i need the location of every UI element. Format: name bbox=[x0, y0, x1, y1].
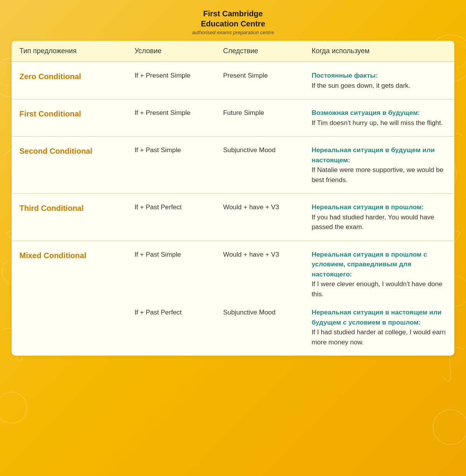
col-header-type: Тип предложения bbox=[12, 41, 127, 62]
table-body: Zero ConditionalIf + Present SimplePrese… bbox=[12, 62, 454, 356]
col-header-condition: Условие bbox=[127, 41, 215, 62]
row-when: Возможная ситуация в будущем:If Tim does… bbox=[304, 99, 454, 137]
when-bold-text: Возможная ситуация в будущем: bbox=[311, 109, 420, 116]
row-condition: If + Past Simple bbox=[127, 241, 215, 307]
row-type: First Conditional bbox=[12, 99, 127, 137]
when-example-text: If Natalie were more supportive, we woul… bbox=[311, 166, 443, 184]
row-consequence: Subjunctive Mood bbox=[215, 137, 304, 194]
svg-point-7 bbox=[433, 410, 466, 445]
col-header-consequence: Следствие bbox=[215, 41, 304, 62]
table-row: Zero ConditionalIf + Present SimplePrese… bbox=[12, 62, 454, 99]
when-bold-text: Нереальная ситуация в прошлом с условием… bbox=[311, 251, 427, 278]
conditionals-table-container: Тип предложения Условие Следствие Когда … bbox=[12, 41, 454, 356]
header-subtitle: authorised exams preparation centre bbox=[192, 30, 274, 35]
sub-row-when: Нереальная ситуация в настоящем или буду… bbox=[304, 307, 454, 356]
when-example-text: If I were clever enough, I wouldn't have… bbox=[311, 280, 442, 298]
svg-point-3 bbox=[0, 392, 27, 423]
row-condition: If + Present Simple bbox=[127, 62, 215, 99]
when-example-text: If the sun goes down, it gets dark. bbox=[311, 82, 410, 89]
type-label: First Conditional bbox=[19, 109, 81, 118]
row-consequence: Present Simple bbox=[215, 62, 304, 99]
table-row: Second ConditionalIf + Past SimpleSubjun… bbox=[12, 137, 454, 194]
sub-row-consequence: Subjunctive Mood bbox=[215, 307, 304, 356]
page-header: First Cambridge Education Centre authori… bbox=[192, 0, 274, 41]
when-bold-text: Нереальная ситуация в будущем или настоя… bbox=[311, 146, 435, 164]
row-type: Third Conditional bbox=[12, 194, 127, 241]
row-type: Second Conditional bbox=[12, 137, 127, 194]
type-label: Zero Conditional bbox=[19, 72, 81, 81]
type-label: Mixed Conditional bbox=[19, 251, 86, 260]
row-when: Нереальная ситуация в прошлом с условием… bbox=[304, 241, 454, 307]
conditionals-table: Тип предложения Условие Следствие Когда … bbox=[12, 41, 454, 356]
row-when: Нереальная ситуация в будущем или настоя… bbox=[304, 137, 454, 194]
row-condition: If + Past Simple bbox=[127, 137, 215, 194]
row-consequence: Future Simple bbox=[215, 99, 304, 137]
table-row: First ConditionalIf + Present SimpleFutu… bbox=[12, 99, 454, 137]
when-bold-text: Постоянные факты: bbox=[311, 72, 378, 79]
row-type: Zero Conditional bbox=[12, 62, 127, 99]
row-condition: If + Past Perfect bbox=[127, 194, 215, 241]
sub-row-condition: If + Past Perfect bbox=[127, 307, 215, 356]
when-bold-text: Нереальная ситуация в прошлом: bbox=[311, 203, 424, 211]
sub-when-example-text: If I had studied harder at college, I wo… bbox=[311, 328, 445, 346]
row-when: Нереальная ситуация в прошлом:If you had… bbox=[304, 194, 454, 241]
row-when: Постоянные факты:If the sun goes down, i… bbox=[304, 62, 454, 99]
when-example-text: If you had studied harder, You would hav… bbox=[311, 214, 434, 231]
table-header-row: Тип предложения Условие Следствие Когда … bbox=[12, 41, 454, 62]
when-example-text: If Tim doesn't hurry up, he will miss th… bbox=[311, 119, 443, 127]
type-label: Second Conditional bbox=[19, 147, 92, 155]
row-condition: If + Present Simple bbox=[127, 99, 215, 137]
type-label: Third Conditional bbox=[19, 204, 84, 212]
table-row: Third ConditionalIf + Past PerfectWould … bbox=[12, 194, 454, 241]
header-title: First Cambridge Education Centre bbox=[192, 9, 274, 29]
row-consequence: Would + have + V3 bbox=[215, 194, 304, 241]
sub-when-bold-text: Нереальная ситуация в настоящем или буду… bbox=[311, 309, 442, 326]
col-header-when: Когда используем bbox=[304, 41, 454, 62]
row-type: Mixed Conditional bbox=[12, 241, 127, 356]
row-consequence: Would + have + V3 bbox=[215, 241, 304, 307]
table-row: Mixed ConditionalIf + Past SimpleWould +… bbox=[12, 241, 454, 307]
